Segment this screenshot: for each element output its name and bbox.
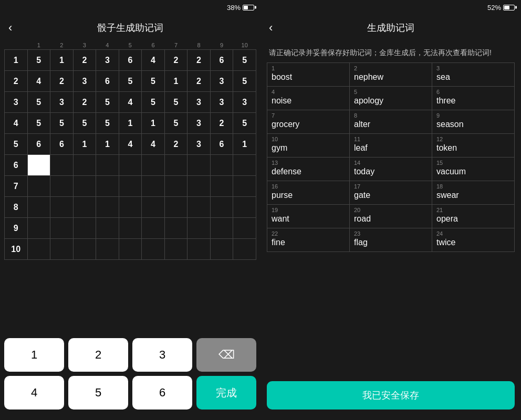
grid-cell-r1-c4[interactable]: 3 xyxy=(96,50,119,71)
grid-cell-r7-c10[interactable] xyxy=(233,176,256,197)
grid-cell-r3-c4[interactable]: 5 xyxy=(96,92,119,113)
grid-cell-r2-c5[interactable]: 5 xyxy=(119,71,142,92)
grid-cell-r4-c4[interactable]: 5 xyxy=(96,113,119,134)
grid-cell-r3-c9[interactable]: 3 xyxy=(210,92,233,113)
grid-cell-r2-c9[interactable]: 3 xyxy=(210,71,233,92)
grid-cell-r6-c9[interactable] xyxy=(210,155,233,176)
grid-cell-r3-c5[interactable]: 4 xyxy=(119,92,142,113)
grid-cell-r10-c7[interactable] xyxy=(164,239,187,260)
grid-cell-r5-c4[interactable]: 1 xyxy=(96,134,119,155)
grid-cell-r8-c2[interactable] xyxy=(50,197,74,218)
key-4[interactable]: 4 xyxy=(4,376,64,410)
grid-cell-r2-c4[interactable]: 6 xyxy=(96,71,119,92)
grid-cell-r10-c4[interactable] xyxy=(96,239,119,260)
grid-cell-r10-c3[interactable] xyxy=(73,239,96,260)
grid-cell-r6-c7[interactable] xyxy=(164,155,187,176)
grid-cell-r3-c7[interactable]: 5 xyxy=(164,92,187,113)
grid-cell-r2-c1[interactable]: 4 xyxy=(27,71,50,92)
grid-cell-r8-c6[interactable] xyxy=(142,197,165,218)
key-done[interactable]: 完成 xyxy=(196,376,256,410)
grid-cell-r9-c10[interactable] xyxy=(233,218,256,239)
grid-cell-r5-c2[interactable]: 6 xyxy=(50,134,74,155)
grid-cell-r8-c10[interactable] xyxy=(233,197,256,218)
grid-cell-r8-c8[interactable] xyxy=(187,197,211,218)
grid-cell-r3-c8[interactable]: 3 xyxy=(187,92,211,113)
grid-cell-r10-c9[interactable] xyxy=(210,239,233,260)
grid-cell-r9-c1[interactable] xyxy=(27,218,50,239)
grid-cell-r1-c5[interactable]: 6 xyxy=(119,50,142,71)
grid-cell-r5-c5[interactable]: 4 xyxy=(119,134,142,155)
key-3[interactable]: 3 xyxy=(132,338,192,372)
grid-cell-r1-c2[interactable]: 1 xyxy=(50,50,74,71)
grid-cell-r4-c5[interactable]: 1 xyxy=(119,113,142,134)
grid-cell-r6-c4[interactable] xyxy=(96,155,119,176)
grid-cell-r9-c9[interactable] xyxy=(210,218,233,239)
grid-cell-r7-c4[interactable] xyxy=(96,176,119,197)
grid-cell-r10-c5[interactable] xyxy=(119,239,142,260)
grid-cell-r10-c8[interactable] xyxy=(187,239,211,260)
left-back-button[interactable]: ‹ xyxy=(8,22,12,34)
grid-cell-r8-c7[interactable] xyxy=(164,197,187,218)
grid-cell-r10-c10[interactable] xyxy=(233,239,256,260)
grid-cell-r1-c10[interactable]: 5 xyxy=(233,50,256,71)
grid-cell-r5-c10[interactable]: 1 xyxy=(233,134,256,155)
grid-cell-r4-c8[interactable]: 3 xyxy=(187,113,211,134)
grid-cell-r4-c9[interactable]: 2 xyxy=(210,113,233,134)
grid-cell-r4-c6[interactable]: 1 xyxy=(142,113,165,134)
grid-cell-r3-c3[interactable]: 2 xyxy=(73,92,96,113)
grid-cell-r6-c1[interactable] xyxy=(27,155,50,176)
grid-cell-r8-c5[interactable] xyxy=(119,197,142,218)
grid-cell-r1-c3[interactable]: 2 xyxy=(73,50,96,71)
grid-cell-r4-c2[interactable]: 5 xyxy=(50,113,74,134)
grid-cell-r2-c7[interactable]: 1 xyxy=(164,71,187,92)
grid-cell-r3-c1[interactable]: 5 xyxy=(27,92,50,113)
key-2[interactable]: 2 xyxy=(68,338,128,372)
grid-cell-r10-c2[interactable] xyxy=(50,239,74,260)
grid-cell-r5-c7[interactable]: 2 xyxy=(164,134,187,155)
confirm-button[interactable]: 我已安全保存 xyxy=(267,381,515,410)
key-delete[interactable]: ⌫ xyxy=(196,338,256,372)
grid-cell-r4-c1[interactable]: 5 xyxy=(27,113,50,134)
grid-cell-r1-c6[interactable]: 4 xyxy=(142,50,165,71)
grid-cell-r7-c6[interactable] xyxy=(142,176,165,197)
grid-cell-r3-c2[interactable]: 3 xyxy=(50,92,74,113)
grid-cell-r8-c4[interactable] xyxy=(96,197,119,218)
grid-cell-r6-c5[interactable] xyxy=(119,155,142,176)
grid-cell-r6-c3[interactable] xyxy=(73,155,96,176)
grid-cell-r3-c6[interactable]: 5 xyxy=(142,92,165,113)
grid-cell-r1-c1[interactable]: 5 xyxy=(27,50,50,71)
grid-cell-r7-c8[interactable] xyxy=(187,176,211,197)
key-1[interactable]: 1 xyxy=(4,338,64,372)
grid-cell-r2-c3[interactable]: 3 xyxy=(73,71,96,92)
right-back-button[interactable]: ‹ xyxy=(269,22,273,34)
grid-cell-r2-c2[interactable]: 2 xyxy=(50,71,74,92)
key-6[interactable]: 6 xyxy=(132,376,192,410)
grid-cell-r5-c3[interactable]: 1 xyxy=(73,134,96,155)
grid-cell-r8-c9[interactable] xyxy=(210,197,233,218)
grid-cell-r7-c3[interactable] xyxy=(73,176,96,197)
grid-cell-r3-c10[interactable]: 3 xyxy=(233,92,256,113)
grid-cell-r6-c10[interactable] xyxy=(233,155,256,176)
grid-cell-r8-c1[interactable] xyxy=(27,197,50,218)
grid-cell-r7-c1[interactable] xyxy=(27,176,50,197)
grid-cell-r1-c9[interactable]: 6 xyxy=(210,50,233,71)
grid-cell-r5-c9[interactable]: 6 xyxy=(210,134,233,155)
grid-cell-r10-c6[interactable] xyxy=(142,239,165,260)
grid-cell-r6-c8[interactable] xyxy=(187,155,211,176)
grid-cell-r2-c8[interactable]: 2 xyxy=(187,71,211,92)
grid-cell-r9-c5[interactable] xyxy=(119,218,142,239)
grid-cell-r10-c1[interactable] xyxy=(27,239,50,260)
grid-cell-r9-c2[interactable] xyxy=(50,218,74,239)
grid-cell-r7-c7[interactable] xyxy=(164,176,187,197)
grid-cell-r4-c7[interactable]: 5 xyxy=(164,113,187,134)
grid-cell-r9-c3[interactable] xyxy=(73,218,96,239)
grid-cell-r4-c10[interactable]: 5 xyxy=(233,113,256,134)
grid-cell-r5-c1[interactable]: 6 xyxy=(27,134,50,155)
grid-cell-r8-c3[interactable] xyxy=(73,197,96,218)
grid-cell-r7-c5[interactable] xyxy=(119,176,142,197)
grid-cell-r7-c9[interactable] xyxy=(210,176,233,197)
grid-cell-r1-c8[interactable]: 2 xyxy=(187,50,211,71)
grid-cell-r6-c6[interactable] xyxy=(142,155,165,176)
grid-cell-r4-c3[interactable]: 5 xyxy=(73,113,96,134)
key-5[interactable]: 5 xyxy=(68,376,128,410)
